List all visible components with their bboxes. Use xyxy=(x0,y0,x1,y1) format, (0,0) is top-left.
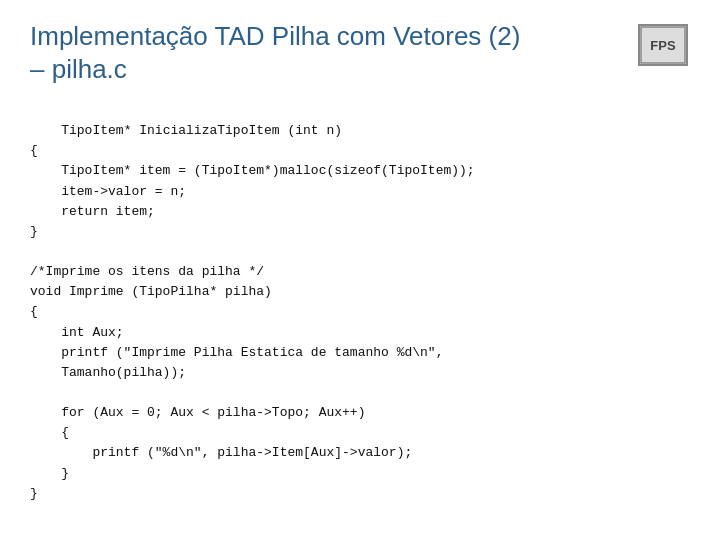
code-line-5: return item; xyxy=(30,204,155,219)
logo-image: FPS xyxy=(638,24,688,66)
code-line-16: { xyxy=(30,425,69,440)
code-line-4: item->valor = n; xyxy=(30,184,186,199)
code-line-9: void Imprime (TipoPilha* pilha) xyxy=(30,284,272,299)
code-line-3: TipoItem* item = (TipoItem*)malloc(sizeo… xyxy=(30,163,475,178)
code-line-2: { xyxy=(30,143,38,158)
page-title: Implementação TAD Pilha com Vetores (2) … xyxy=(30,20,520,85)
code-line-11: int Aux; xyxy=(30,325,124,340)
page: Implementação TAD Pilha com Vetores (2) … xyxy=(0,0,720,540)
code-line-13: Tamanho(pilha)); xyxy=(30,365,186,380)
logo-svg: FPS xyxy=(640,26,686,64)
code-line-15: for (Aux = 0; Aux < pilha->Topo; Aux++) xyxy=(30,405,365,420)
code-line-17: printf ("%d\n", pilha->Item[Aux]->valor)… xyxy=(30,445,412,460)
code-line-10: { xyxy=(30,304,38,319)
code-line-1: TipoItem* InicializaTipoItem (int n) xyxy=(61,123,342,138)
logo: FPS xyxy=(638,24,690,68)
title-line1: Implementação TAD Pilha com Vetores (2) xyxy=(30,21,520,51)
code-line-19: } xyxy=(30,486,38,501)
code-line-6: } xyxy=(30,224,38,239)
code-line-18: } xyxy=(30,466,69,481)
code-line-12: printf ("Imprime Pilha Estatica de taman… xyxy=(30,345,443,360)
code-line-8: /*Imprime os itens da pilha */ xyxy=(30,264,264,279)
code-block: TipoItem* InicializaTipoItem (int n) { T… xyxy=(30,101,690,524)
title-line2: – pilha.c xyxy=(30,54,127,84)
header: Implementação TAD Pilha com Vetores (2) … xyxy=(30,20,690,85)
svg-text:FPS: FPS xyxy=(650,38,676,53)
